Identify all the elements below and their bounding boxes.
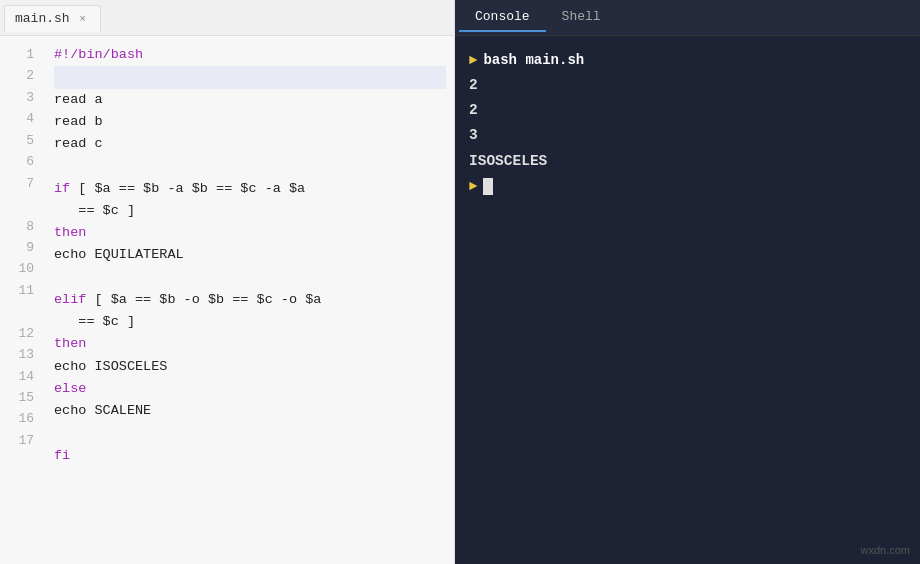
output-line-2: 2 <box>469 98 906 123</box>
editor-panel: main.sh × 1 2 3 4 5 6 7 8 9 10 11 12 13 <box>0 0 455 564</box>
cursor-block <box>483 178 493 195</box>
console-output: ► bash main.sh 2 2 3 ISOSCELES ► <box>455 36 920 564</box>
tab-close-button[interactable]: × <box>76 12 90 26</box>
code-line-15: echo SCALENE <box>54 400 446 422</box>
line-numbers: 1 2 3 4 5 6 7 8 9 10 11 12 13 14 15 16 1… <box>0 36 42 564</box>
output-line-3: 3 <box>469 123 906 148</box>
code-line-13: echo ISOSCELES <box>54 356 446 378</box>
code-line-14: else <box>54 378 446 400</box>
code-line-16 <box>54 423 446 445</box>
code-area: 1 2 3 4 5 6 7 8 9 10 11 12 13 14 15 16 1… <box>0 36 454 564</box>
tab-filename: main.sh <box>15 11 70 26</box>
command-text: bash main.sh <box>483 48 584 73</box>
code-line-12: then <box>54 333 446 355</box>
output-line-4: ISOSCELES <box>469 149 906 174</box>
console-panel: Console Shell ► bash main.sh 2 2 3 ISOSC… <box>455 0 920 564</box>
code-content[interactable]: #!/bin/bash read a read b read c if [ $a… <box>42 36 454 564</box>
tab-bar: main.sh × <box>0 0 454 36</box>
code-line-8: then <box>54 222 446 244</box>
prompt-line: ► bash main.sh <box>469 48 906 73</box>
code-line-9: echo EQUILATERAL <box>54 244 446 266</box>
editor-tab[interactable]: main.sh × <box>4 5 101 32</box>
code-line-4: read b <box>54 111 446 133</box>
code-line-7b: == $c ] <box>54 200 446 222</box>
prompt-arrow-2-icon: ► <box>469 174 477 199</box>
prompt-cursor-line: ► <box>469 174 906 199</box>
tab-shell[interactable]: Shell <box>546 3 617 32</box>
output-line-1: 2 <box>469 73 906 98</box>
code-line-3: read a <box>54 89 446 111</box>
code-line-10 <box>54 267 446 289</box>
code-line-11a: elif [ $a == $b -o $b == $c -o $a <box>54 289 446 311</box>
console-tabs: Console Shell <box>455 0 920 36</box>
code-line-11b: == $c ] <box>54 311 446 333</box>
tab-console[interactable]: Console <box>459 3 546 32</box>
code-line-5: read c <box>54 133 446 155</box>
main-layout: main.sh × 1 2 3 4 5 6 7 8 9 10 11 12 13 <box>0 0 920 564</box>
code-line-7a: if [ $a == $b -a $b == $c -a $a <box>54 178 446 200</box>
code-line-2 <box>54 66 446 88</box>
code-line-6 <box>54 155 446 177</box>
code-line-1: #!/bin/bash <box>54 44 446 66</box>
prompt-arrow-icon: ► <box>469 48 477 73</box>
code-line-17: fi <box>54 445 446 467</box>
watermark: wxdn.com <box>860 544 910 556</box>
